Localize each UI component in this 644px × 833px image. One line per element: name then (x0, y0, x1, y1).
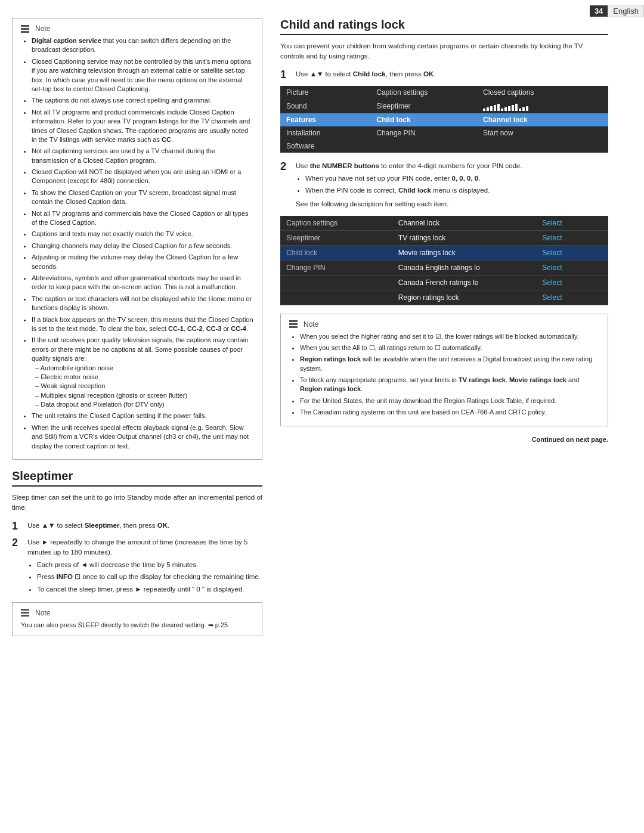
note-item: Changing channels may delay the Closed C… (32, 241, 253, 250)
note3-header: Note (289, 320, 599, 329)
child-row-childlock: Child lock Movie ratings lock Select (280, 245, 608, 260)
child-row-sleeptimer: Sleeptimer TV ratings lock Select (280, 230, 608, 245)
child-col-a4: Change PIN (280, 260, 392, 275)
right-step1-content: Use ▲▼ to select Child lock, then press … (296, 69, 608, 80)
menu-col-signal (477, 99, 608, 113)
note-item: Abbreviations, symbols and other grammat… (32, 274, 253, 292)
note2-text: You can also press SLEEP directly to swi… (21, 621, 253, 630)
sleeptimer-step2: 2 Use ► repeatedly to change the amount … (12, 537, 262, 596)
menu-col-sound: Sound (280, 99, 370, 113)
child-row-changepin: Change PIN Canada English ratings lo Sel… (280, 260, 608, 275)
note-item: The captions do not always use correct s… (32, 96, 253, 105)
sleeptimer-title: Sleeptimer (12, 469, 262, 487)
note2-label: Note (35, 609, 50, 617)
note-header: Note (21, 24, 253, 33)
menu-col-closed-captions: Closed captions (477, 86, 608, 99)
note3-list: When you select the higher rating and se… (289, 332, 599, 417)
note-list: Digital caption service that you can swi… (21, 36, 253, 451)
menu-row-features: Features Child lock Channel lock (280, 113, 608, 126)
bullet-item: When you have not set up your PIN code, … (305, 174, 608, 184)
right-column: Child and ratings lock You can prevent y… (274, 0, 620, 833)
step2-bullets: When you have not set up your PIN code, … (296, 174, 608, 196)
note-item: Closed Caption will NOT be displayed whe… (32, 168, 253, 186)
bullet-item: Press INFO ⊡ once to call up the display… (37, 572, 262, 582)
right-step2: 2 Use the NUMBER buttons to enter the 4-… (280, 161, 608, 210)
note-item: Digital caption service that you can swi… (32, 36, 253, 55)
child-row-region: Region ratings lock Select (280, 290, 608, 305)
step2-content: Use ► repeatedly to change the amount of… (27, 537, 262, 596)
step2-sub: See the following description for settin… (296, 199, 608, 209)
note-label: Note (35, 24, 50, 33)
note-item: Not all captioning services are used by … (32, 147, 253, 165)
child-col-b3: Movie ratings lock (392, 245, 536, 260)
menu-row-picture: Picture Caption settings Closed captions (280, 86, 608, 99)
bullet-item: Each press of ◄ will decrease the time b… (37, 560, 262, 570)
menu-col-changepin: Change PIN (370, 126, 477, 140)
note-box-ratings: Note When you select the higher rating a… (280, 314, 608, 426)
page-language: English (608, 5, 644, 17)
sleeptimer-step1: 1 Use ▲▼ to select Sleeptimer, then pres… (12, 521, 262, 531)
child-col-b5: Canada French ratings lo (392, 275, 536, 290)
page-number: 34 (590, 5, 608, 17)
menu-col-sleeptimer: Sleeptimer (370, 99, 477, 113)
child-col-c2: Select (536, 230, 608, 245)
menu-col-childlock: Child lock (370, 113, 477, 126)
note3-item: For the United States, the unit may down… (300, 397, 599, 405)
note3-item: To block any inappropriate programs, set… (300, 376, 599, 394)
child-row-canada-french: Canada French ratings lo Select (280, 275, 608, 290)
page-badge: 34 English (590, 5, 644, 17)
right-step2-number: 2 (280, 161, 291, 210)
menu-row-installation: Installation Change PIN Start now (280, 126, 608, 140)
note2-icon (21, 609, 29, 617)
child-col-a6 (280, 290, 392, 305)
note3-icon (289, 320, 298, 328)
child-col-a2: Sleeptimer (280, 230, 392, 245)
step2-number: 2 (12, 537, 23, 596)
note-box-sleep: Note You can also press SLEEP directly t… (12, 602, 262, 636)
child-col-b1: Channel lock (392, 216, 536, 231)
menu-col-caption-settings: Caption settings (370, 86, 477, 99)
left-column: Note Digital caption service that you ca… (0, 0, 274, 833)
note3-label: Note (304, 320, 318, 329)
right-step2-content: Use the NUMBER buttons to enter the 4-di… (296, 161, 608, 210)
child-lock-table: Caption settings Channel lock Select Sle… (280, 216, 608, 305)
note-item: If the unit receives poor quality televi… (32, 336, 253, 409)
note-item: Closed Captioning service may not be con… (32, 57, 253, 94)
child-col-b4: Canada English ratings lo (392, 260, 536, 275)
menu-row-sound: Sound Sleeptimer (280, 99, 608, 113)
note2-header: Note (21, 609, 253, 617)
menu-table: Picture Caption settings Closed captions… (280, 86, 608, 153)
menu-col-channellock: Channel lock (477, 113, 608, 126)
menu-col-picture: Picture (280, 86, 370, 99)
note-icon (21, 25, 29, 33)
step2-bullets: Each press of ◄ will decrease the time b… (27, 560, 262, 594)
child-col-a3: Child lock (280, 245, 392, 260)
child-col-a5 (280, 275, 392, 290)
note-item: Not all TV programs and product commerci… (32, 108, 253, 145)
note3-item: When you set the All to ☐, all ratings r… (300, 343, 599, 352)
child-ratings-title: Child and ratings lock (280, 18, 608, 35)
menu-col-installation: Installation (280, 126, 370, 140)
child-col-c6: Select (536, 290, 608, 305)
menu-col-startnow: Start now (477, 126, 608, 140)
note-item: If a black box appears on the TV screen,… (32, 315, 253, 334)
note3-item: Region ratings lock will be available wh… (300, 355, 599, 373)
note-box-captions: Note Digital caption service that you ca… (12, 18, 262, 460)
note-item: The caption or text characters will not … (32, 295, 253, 313)
continued-text: Continued on next page. (280, 436, 608, 443)
child-col-c1: Select (536, 216, 608, 231)
bullet-item: To cancel the sleep timer, press ► repea… (37, 584, 262, 594)
child-ratings-desc: You can prevent your children from watch… (280, 41, 608, 62)
child-col-a1: Caption settings (280, 216, 392, 231)
right-step1-number: 1 (280, 69, 291, 80)
menu-col-software: Software (280, 140, 370, 153)
note-item: To show the Closed Caption on your TV sc… (32, 188, 253, 207)
right-step1: 1 Use ▲▼ to select Child lock, then pres… (280, 69, 608, 80)
page-wrapper: 34 English Note Digital caption service … (0, 0, 644, 833)
child-col-c3: Select (536, 245, 608, 260)
note-item: Not all TV programs and commercials have… (32, 209, 253, 228)
menu-col-features: Features (280, 113, 370, 126)
note-item: When the unit receives special effects p… (32, 423, 253, 451)
child-col-b2: TV ratings lock (392, 230, 536, 245)
bullet-item: When the PIN code is correct, Child lock… (305, 185, 608, 196)
